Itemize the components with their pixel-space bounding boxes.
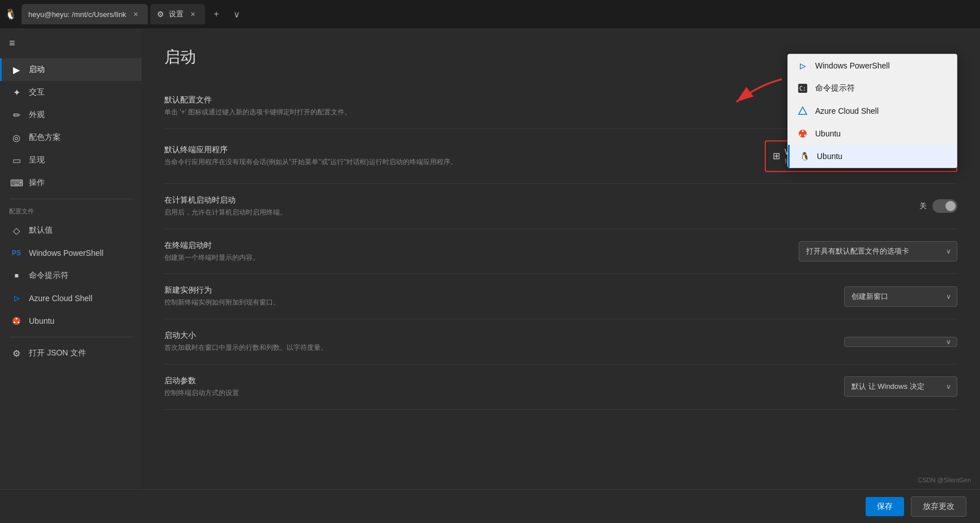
sidebar-item-peisefangan-label: 配色方案 [29, 132, 61, 143]
powershell-icon: PS [11, 247, 22, 259]
sidebar-item-powershell[interactable]: PS Windows PowerShell [0, 242, 142, 264]
setting-new-instance-desc: 控制新终端实例如何附加到现有窗口。 [164, 298, 532, 307]
tab-terminal-close[interactable]: ✕ [131, 9, 141, 19]
appearance-icon: ✏ [11, 109, 22, 121]
launch-params-arrow: ∨ [946, 383, 951, 391]
sidebar-item-azure[interactable]: ▷ Azure Cloud Shell [0, 287, 142, 310]
popup-powershell-label: Windows PowerShell [815, 61, 890, 70]
watermark: CSDN @SilentGen [918, 477, 971, 483]
new-instance-arrow: ∨ [946, 293, 951, 301]
tab-settings-close[interactable]: ✕ [188, 9, 198, 19]
sidebar-item-json[interactable]: ⚙ 打开 JSON 文件 [0, 342, 142, 365]
sidebar-item-jiaohu-label: 交互 [29, 87, 45, 97]
sidebar-item-json-label: 打开 JSON 文件 [29, 348, 86, 358]
svg-point-10 [804, 135, 806, 136]
tab-dropdown-button[interactable]: ∨ [228, 5, 246, 23]
tab-terminal[interactable]: heyu@heyu: /mnt/c/Users/link ✕ [22, 4, 148, 24]
save-button[interactable]: 保存 [866, 497, 904, 516]
sidebar-item-azure-label: Azure Cloud Shell [29, 294, 92, 303]
tab-settings[interactable]: ⚙ 设置 ✕ [150, 4, 205, 24]
popup-azure-label: Azure Cloud Shell [815, 106, 879, 115]
azure-icon: ▷ [11, 293, 22, 304]
on-start-value: 打开具有默认配置文件的选项卡 [806, 246, 909, 256]
sidebar-item-waiguan-label: 外观 [29, 110, 45, 120]
setting-startup: 在计算机启动时启动 启用后，允许在计算机启动时启用终端。 关 [164, 184, 957, 229]
launch-size-dropdown[interactable]: ∨ [844, 337, 957, 347]
setting-default-terminal-label: 默认终端应用程序 [164, 145, 753, 155]
popup-ubuntu2-label: Ubuntu [817, 152, 842, 161]
sidebar-item-qidong-label: 启动 [29, 65, 45, 75]
setting-launch-params-desc: 控制终端启动方式的设置 [164, 388, 532, 398]
startup-toggle[interactable] [932, 199, 957, 213]
popup-ubuntu1-icon [797, 128, 808, 139]
sidebar-item-waiguan[interactable]: ✏ 外观 [0, 104, 142, 126]
setting-startup-desc: 启用后，允许在计算机启动时启用终端。 [164, 208, 532, 217]
add-tab-button[interactable]: + [207, 5, 225, 23]
setting-default-terminal-desc: 当命令行应用程序在没有现有会话(例如从"开始菜单"或"运行"对话框)运行时启动的… [164, 157, 532, 167]
popup-item-cmd[interactable]: C: 命令提示符 [788, 77, 957, 100]
sidebar-item-caozuo-label: 操作 [29, 178, 45, 188]
setting-launch-size-desc: 首次加载时在窗口中显示的行数和列数。以字符度量。 [164, 343, 532, 353]
terminal-preview-icon: ⊞ [773, 151, 780, 161]
cmd-icon: ■ [11, 270, 22, 281]
action-icon: ⌨ [11, 177, 22, 188]
svg-point-8 [802, 130, 804, 132]
popup-ubuntu1-label: Ubuntu [815, 129, 841, 138]
setting-launch-params: 启动参数 控制终端启动方式的设置 默认 让 Windows 决定 ∨ [164, 365, 957, 410]
popup-item-powershell[interactable]: ▷ Windows PowerShell [788, 54, 957, 77]
popup-item-ubuntu2[interactable]: 🐧 Ubuntu [788, 145, 957, 168]
launch-params-dropdown[interactable]: 默认 让 Windows 决定 ∨ [844, 376, 957, 397]
setting-default-profile-desc: 单击 '+' 图标或通过键入新的选项卡键绑定时打开的配置文件。 [164, 108, 532, 117]
sidebar-item-caozuo[interactable]: ⌨ 操作 [0, 172, 142, 194]
svg-text:C:: C: [799, 85, 806, 92]
popup-item-ubuntu1[interactable]: Ubuntu [788, 122, 957, 145]
sidebar-item-powershell-label: Windows PowerShell [29, 248, 104, 258]
setting-launch-size: 启动大小 首次加载时在窗口中显示的行数和列数。以字符度量。 ∨ [164, 319, 957, 365]
on-start-arrow: ∨ [946, 247, 951, 255]
discard-button[interactable]: 放弃更改 [911, 496, 966, 517]
defaults-icon: ◇ [11, 225, 22, 236]
bottom-bar: CSDN @SilentGen 保存 放弃更改 [0, 489, 980, 523]
new-instance-dropdown[interactable]: 创建新窗口 ∨ [844, 286, 957, 307]
on-start-dropdown[interactable]: 打开具有默认配置文件的选项卡 ∨ [799, 241, 957, 262]
json-icon: ⚙ [11, 348, 22, 359]
play-icon: ▶ [11, 64, 22, 75]
toggle-off-label: 关 [919, 201, 927, 211]
startup-toggle-container: 关 [919, 199, 957, 213]
sidebar-item-defaults[interactable]: ◇ 默认值 [0, 219, 142, 242]
sidebar-item-jiaohu[interactable]: ✦ 交互 [0, 81, 142, 104]
popup-item-azure[interactable]: Azure Cloud Shell [788, 100, 957, 122]
sidebar-item-ubuntu[interactable]: Ubuntu [0, 310, 142, 332]
linux-icon: 🐧 [5, 8, 17, 20]
tab-settings-label: 设置 [169, 9, 184, 19]
popup-cmd-label: 命令提示符 [815, 83, 855, 93]
dropdown-popup: ▷ Windows PowerShell C: 命令提示符 Azure Clou… [787, 54, 957, 168]
setting-startup-label: 在计算机启动时启动 [164, 195, 908, 205]
tab-terminal-label: heyu@heyu: /mnt/c/Users/link [28, 10, 126, 19]
launch-size-arrow: ∨ [946, 338, 951, 346]
setting-launch-params-label: 启动参数 [164, 376, 833, 386]
setting-new-instance-label: 新建实例行为 [164, 285, 833, 295]
new-instance-value: 创建新窗口 [851, 291, 888, 302]
sidebar-item-cmd-label: 命令提示符 [29, 271, 69, 281]
launch-params-value: 默认 让 Windows 决定 [851, 381, 924, 392]
svg-point-3 [18, 321, 19, 323]
titlebar: 🐧 heyu@heyu: /mnt/c/Users/link ✕ ⚙ 设置 ✕ … [0, 0, 980, 28]
sidebar-divider [9, 199, 133, 199]
svg-point-2 [14, 321, 15, 323]
sidebar-item-cmd[interactable]: ■ 命令提示符 [0, 264, 142, 287]
popup-cmd-icon: C: [797, 83, 808, 94]
sidebar-item-chengxian[interactable]: ▭ 呈现 [0, 149, 142, 172]
sidebar-divider2 [9, 337, 133, 337]
hamburger-button[interactable]: ≡ [0, 33, 142, 58]
sidebar-item-defaults-label: 默认值 [29, 225, 53, 235]
sidebar-item-ubuntu-label: Ubuntu [29, 316, 54, 325]
svg-point-1 [16, 318, 18, 320]
svg-point-9 [800, 135, 802, 136]
interaction-icon: ✦ [11, 87, 22, 98]
sidebar-item-qidong[interactable]: ▶ 启动 [0, 58, 142, 81]
setting-on-start: 在终端启动时 创建第一个终端时显示的内容。 打开具有默认配置文件的选项卡 ∨ [164, 229, 957, 275]
sidebar-item-peisefangan[interactable]: ◎ 配色方案 [0, 126, 142, 149]
ubuntu-icon [11, 315, 22, 327]
sidebar: ≡ ▶ 启动 ✦ 交互 ✏ 外观 ◎ 配色方案 ▭ 呈现 ⌨ 操作 配置文件 [0, 28, 142, 523]
